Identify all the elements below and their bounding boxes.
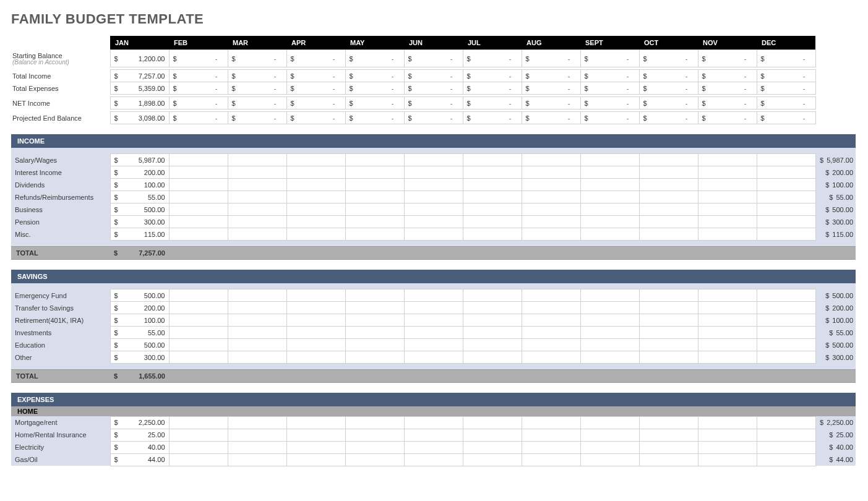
line-item-cell[interactable] <box>286 302 345 314</box>
line-item-cell[interactable] <box>522 441 580 453</box>
line-item-cell[interactable] <box>757 453 815 466</box>
line-item-cell[interactable] <box>345 191 404 203</box>
line-item-cell[interactable] <box>286 228 345 241</box>
line-item-cell[interactable] <box>345 453 404 466</box>
line-item-cell[interactable] <box>169 339 228 351</box>
line-item-cell-jan[interactable]: $55.00 <box>110 327 169 339</box>
line-item-cell[interactable] <box>345 441 404 453</box>
line-item-cell[interactable] <box>169 416 228 429</box>
line-item-cell[interactable] <box>698 327 757 339</box>
line-item-cell[interactable] <box>757 166 815 179</box>
line-item-cell[interactable] <box>286 453 345 466</box>
line-item-cell[interactable] <box>345 314 404 327</box>
line-item-cell[interactable] <box>639 351 698 364</box>
line-item-cell[interactable] <box>169 216 228 228</box>
summary-cell[interactable]: $- <box>580 50 639 67</box>
line-item-cell[interactable] <box>463 429 522 441</box>
summary-cell-jan[interactable]: $1,898.00 <box>110 97 169 109</box>
line-item-cell[interactable] <box>404 441 463 453</box>
line-item-cell[interactable] <box>522 216 580 228</box>
line-item-cell[interactable] <box>698 441 757 453</box>
line-item-cell[interactable] <box>698 216 757 228</box>
line-item-cell[interactable] <box>404 302 463 314</box>
summary-cell[interactable]: $- <box>757 82 815 95</box>
line-item-cell[interactable] <box>757 191 815 203</box>
line-item-cell[interactable] <box>757 441 815 453</box>
line-item-cell[interactable] <box>345 302 404 314</box>
line-item-cell[interactable] <box>404 339 463 351</box>
summary-cell[interactable]: $- <box>639 70 698 82</box>
line-item-cell[interactable] <box>345 327 404 339</box>
line-item-cell[interactable] <box>345 179 404 191</box>
line-item-cell[interactable] <box>639 179 698 191</box>
line-item-cell[interactable] <box>580 302 639 314</box>
summary-cell[interactable]: $- <box>639 112 698 124</box>
summary-cell[interactable]: $- <box>639 82 698 95</box>
line-item-cell[interactable] <box>345 351 404 364</box>
summary-cell[interactable]: $- <box>580 97 639 109</box>
line-item-cell[interactable] <box>639 327 698 339</box>
line-item-cell[interactable] <box>639 289 698 302</box>
line-item-cell-jan[interactable]: $300.00 <box>110 216 169 228</box>
line-item-cell[interactable] <box>463 314 522 327</box>
line-item-cell[interactable] <box>580 453 639 466</box>
summary-cell[interactable]: $- <box>228 97 286 109</box>
summary-cell[interactable]: $- <box>463 112 522 124</box>
line-item-cell[interactable] <box>169 154 228 166</box>
line-item-cell[interactable] <box>286 166 345 179</box>
summary-cell[interactable]: $- <box>463 50 522 67</box>
line-item-cell[interactable] <box>404 314 463 327</box>
summary-cell[interactable]: $- <box>522 82 580 95</box>
summary-cell[interactable]: $- <box>228 70 286 82</box>
line-item-cell[interactable] <box>345 216 404 228</box>
line-item-cell[interactable] <box>580 441 639 453</box>
line-item-cell[interactable] <box>522 289 580 302</box>
line-item-cell[interactable] <box>286 154 345 166</box>
line-item-cell[interactable] <box>580 203 639 216</box>
line-item-cell[interactable] <box>286 289 345 302</box>
line-item-cell-jan[interactable]: $55.00 <box>110 191 169 203</box>
line-item-cell[interactable] <box>286 339 345 351</box>
line-item-cell[interactable] <box>522 327 580 339</box>
line-item-cell[interactable] <box>580 339 639 351</box>
line-item-cell[interactable] <box>404 289 463 302</box>
line-item-cell[interactable] <box>757 416 815 429</box>
summary-cell-jan[interactable]: $1,200.00 <box>110 50 169 67</box>
line-item-cell[interactable] <box>169 289 228 302</box>
line-item-cell[interactable] <box>345 416 404 429</box>
line-item-cell[interactable] <box>404 351 463 364</box>
line-item-cell[interactable] <box>698 339 757 351</box>
line-item-cell[interactable] <box>639 302 698 314</box>
line-item-cell[interactable] <box>286 314 345 327</box>
line-item-cell[interactable] <box>522 228 580 241</box>
line-item-cell[interactable] <box>698 203 757 216</box>
line-item-cell[interactable] <box>639 154 698 166</box>
summary-cell[interactable]: $- <box>757 50 815 67</box>
line-item-cell[interactable] <box>228 339 286 351</box>
line-item-cell[interactable] <box>286 327 345 339</box>
summary-cell-jan[interactable]: $5,359.00 <box>110 82 169 95</box>
line-item-cell[interactable] <box>522 302 580 314</box>
line-item-cell[interactable] <box>698 166 757 179</box>
line-item-cell[interactable] <box>580 228 639 241</box>
line-item-cell[interactable] <box>757 289 815 302</box>
line-item-cell[interactable] <box>228 166 286 179</box>
summary-cell[interactable]: $- <box>169 97 228 109</box>
line-item-cell[interactable] <box>639 203 698 216</box>
line-item-cell[interactable] <box>228 216 286 228</box>
line-item-cell[interactable] <box>463 179 522 191</box>
summary-cell[interactable]: $- <box>169 112 228 124</box>
line-item-cell[interactable] <box>286 351 345 364</box>
line-item-cell[interactable] <box>522 203 580 216</box>
line-item-cell[interactable] <box>286 429 345 441</box>
line-item-cell[interactable] <box>345 228 404 241</box>
summary-cell[interactable]: $- <box>286 112 345 124</box>
line-item-cell[interactable] <box>639 166 698 179</box>
line-item-cell[interactable] <box>404 416 463 429</box>
line-item-cell[interactable] <box>639 191 698 203</box>
line-item-cell[interactable] <box>522 416 580 429</box>
summary-cell[interactable]: $- <box>580 70 639 82</box>
line-item-cell[interactable] <box>228 429 286 441</box>
line-item-cell[interactable] <box>169 453 228 466</box>
summary-cell[interactable]: $- <box>522 97 580 109</box>
